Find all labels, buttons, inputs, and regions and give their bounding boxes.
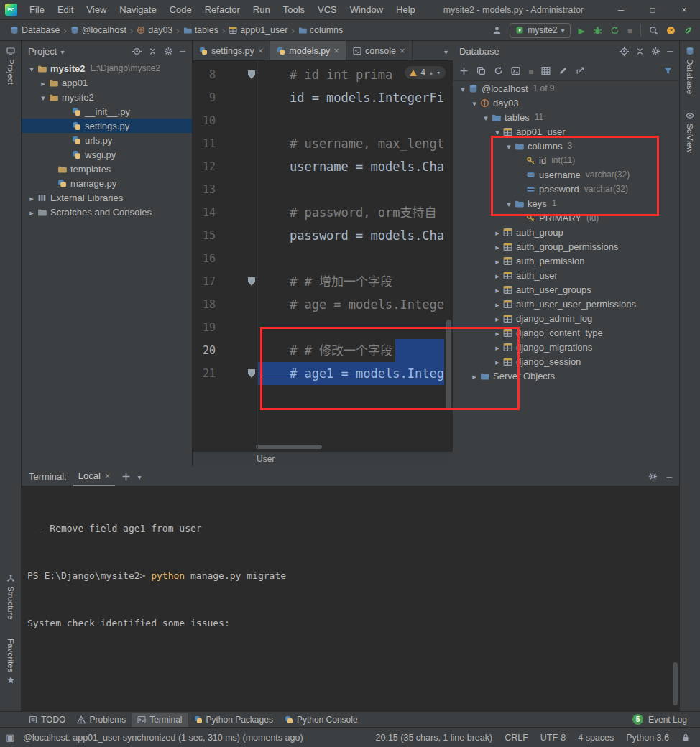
- rerun-button[interactable]: [610, 26, 620, 35]
- close-icon[interactable]: [258, 45, 264, 56]
- db-item-auth-user-groups[interactable]: auth_user_groups: [453, 282, 679, 297]
- interpreter-indicator[interactable]: Python 3.6: [626, 733, 669, 743]
- breadcrumb-item-localhost[interactable]: @localhost: [70, 25, 126, 35]
- chevron-down-icon[interactable]: [492, 126, 503, 137]
- filter-icon[interactable]: [663, 66, 673, 75]
- db-item-django-migrations[interactable]: django_migrations: [453, 340, 679, 354]
- menu-item-help[interactable]: Help: [390, 0, 422, 19]
- chevron-right-icon[interactable]: [37, 78, 49, 88]
- code-line[interactable]: 10: [193, 109, 453, 132]
- db-item-column-password[interactable]: passwordvarchar(32): [453, 182, 679, 196]
- chevron-right-icon[interactable]: [492, 227, 503, 238]
- db-item-tables[interactable]: tables11: [453, 110, 679, 124]
- code-line[interactable]: 21 # age1 = models.Integ: [193, 362, 453, 385]
- chevron-right-icon[interactable]: [26, 207, 37, 218]
- run-button[interactable]: [579, 24, 585, 37]
- db-item-auth-group[interactable]: auth_group: [453, 225, 679, 239]
- db-item-columns[interactable]: columns3: [453, 139, 679, 153]
- close-icon[interactable]: [400, 45, 405, 56]
- project-item-urls-py[interactable]: urls.py: [22, 133, 192, 147]
- python-console-button[interactable]: Python Console: [279, 713, 364, 727]
- editor-breadcrumb-bar[interactable]: User: [193, 451, 453, 467]
- chevron-down-icon[interactable]: [480, 112, 492, 123]
- next-warning-icon[interactable]: [437, 69, 441, 76]
- chevron-down-icon[interactable]: [60, 46, 64, 57]
- menu-item-run[interactable]: Run: [247, 0, 277, 19]
- toolwindow-switcher-icon[interactable]: [6, 732, 14, 743]
- menu-item-window[interactable]: Window: [344, 0, 390, 19]
- chevron-down-icon[interactable]: [503, 198, 515, 209]
- db-item-localhost[interactable]: @localhost1 of 9: [453, 81, 679, 96]
- duplicate-button[interactable]: [476, 66, 486, 75]
- terminal-scrollbar[interactable]: [673, 662, 678, 705]
- terminal-button[interactable]: Terminal: [132, 713, 188, 727]
- collapse-all-button[interactable]: [148, 47, 157, 56]
- editor-vertical-scrollbar[interactable]: [446, 320, 451, 409]
- chevron-down-icon[interactable]: [469, 98, 480, 108]
- menu-item-navigate[interactable]: Navigate: [113, 0, 162, 19]
- close-icon[interactable]: [333, 45, 339, 56]
- close-button[interactable]: ×: [668, 0, 700, 20]
- breadcrumb-class-name[interactable]: User: [257, 454, 275, 464]
- submit-button[interactable]: [576, 66, 585, 75]
- todo-button[interactable]: TODO: [23, 713, 71, 727]
- event-log-button[interactable]: Event Log: [648, 715, 687, 725]
- stripe-button-sciview[interactable]: SciView: [680, 111, 700, 153]
- code-line[interactable]: 13: [193, 178, 453, 201]
- project-item-init-py[interactable]: __init__.py: [22, 104, 192, 119]
- view-data-button[interactable]: [541, 66, 551, 75]
- chevron-right-icon[interactable]: [492, 241, 503, 252]
- editor-horizontal-scrollbar[interactable]: [256, 445, 322, 449]
- problems-button[interactable]: Problems: [71, 713, 132, 727]
- menu-item-code[interactable]: Code: [163, 0, 198, 19]
- project-item-settings-py[interactable]: settings.py: [22, 119, 192, 133]
- chevron-right-icon[interactable]: [492, 356, 503, 367]
- collapse-all-button[interactable]: [635, 47, 645, 56]
- code-line[interactable]: 12 username = models.Cha: [193, 155, 453, 178]
- chevron-right-icon[interactable]: [492, 284, 503, 295]
- stop-button[interactable]: [627, 24, 632, 37]
- run-configuration-selector[interactable]: mysite2: [510, 23, 570, 38]
- project-item-external-libraries[interactable]: External Libraries: [22, 190, 192, 205]
- tab-console[interactable]: console: [346, 41, 413, 60]
- code-line[interactable]: 16: [193, 247, 453, 270]
- code-line[interactable]: 19: [193, 316, 453, 339]
- line-separator-indicator[interactable]: CRLF: [505, 733, 528, 743]
- project-item-app01[interactable]: app01: [22, 75, 192, 90]
- db-item-auth-user[interactable]: auth_user: [453, 268, 679, 282]
- leaf-icon[interactable]: [683, 26, 693, 35]
- help-icon[interactable]: [666, 26, 676, 35]
- new-terminal-session-button[interactable]: [121, 472, 131, 481]
- stripe-button-structure[interactable]: Structure: [0, 574, 21, 620]
- db-item-column-username[interactable]: usernamevarchar(32): [453, 167, 679, 182]
- breadcrumb-item-tables[interactable]: tables: [183, 25, 218, 35]
- project-item-root-mysite2[interactable]: mysite2E:\Django\mysite2: [22, 61, 192, 75]
- caret-position-indicator[interactable]: 20:15 (35 chars, 1 line break): [376, 733, 493, 743]
- menu-item-tools[interactable]: Tools: [277, 0, 311, 19]
- db-item-column-id[interactable]: idint(11): [453, 153, 679, 167]
- menu-item-refactor[interactable]: Refactor: [198, 0, 247, 19]
- chevron-right-icon[interactable]: [492, 299, 503, 310]
- db-item-django-content-type[interactable]: django_content_type: [453, 325, 679, 340]
- minimize-button[interactable]: ─: [605, 0, 637, 20]
- chevron-down-icon[interactable]: [26, 63, 37, 74]
- db-item-django-admin-log[interactable]: django_admin_log: [453, 311, 679, 325]
- refresh-button[interactable]: [494, 66, 503, 75]
- stripe-button-favorites[interactable]: Favorites: [0, 639, 21, 685]
- lock-icon[interactable]: [681, 733, 690, 742]
- settings-gear-icon[interactable]: [651, 47, 660, 56]
- chevron-right-icon[interactable]: [26, 192, 37, 203]
- menu-item-edit[interactable]: Edit: [51, 0, 80, 19]
- encoding-indicator[interactable]: UTF-8: [540, 733, 566, 743]
- close-icon[interactable]: [105, 470, 111, 481]
- code-line[interactable]: 14 # password, orm支持自: [193, 201, 453, 224]
- debug-button[interactable]: [593, 26, 602, 35]
- menu-item-view[interactable]: View: [80, 0, 113, 19]
- tab-settings-py[interactable]: settings.py: [193, 41, 270, 60]
- code-line[interactable]: 9 id = models.IntegerFi: [193, 86, 453, 109]
- settings-gear-icon[interactable]: [164, 47, 173, 56]
- code-line[interactable]: 18 # age = models.Intege: [193, 293, 453, 316]
- hide-terminal-button[interactable]: [666, 471, 672, 482]
- chevron-down-icon[interactable]: [503, 141, 515, 152]
- stripe-button-project[interactable]: Project: [0, 47, 21, 85]
